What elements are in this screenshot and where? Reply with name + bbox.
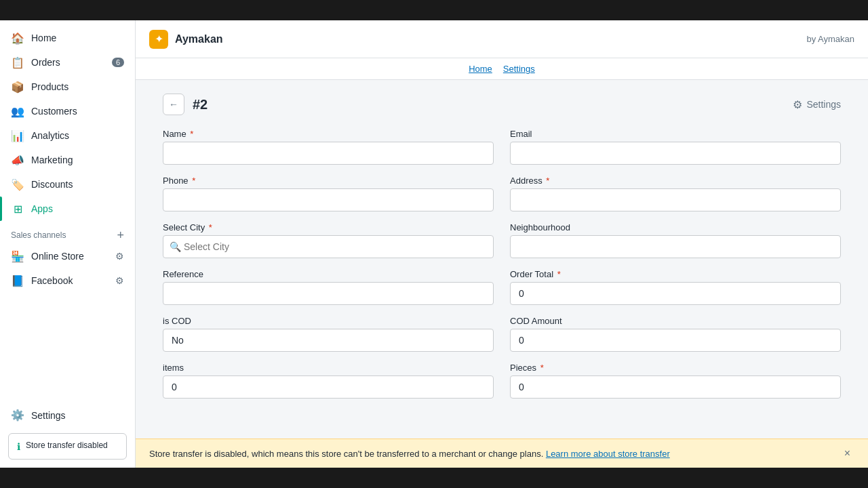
store-transfer-badge[interactable]: ℹ Store transfer disabled	[8, 433, 127, 460]
notification-link[interactable]: Learn more about store transfer	[546, 449, 670, 459]
sidebar-item-discounts[interactable]: 🏷️ Discounts	[0, 172, 135, 197]
reference-label: Reference	[163, 269, 494, 279]
city-required-star: *	[209, 222, 212, 232]
online-store-icon: 🏪	[11, 249, 24, 263]
form-settings-button[interactable]: ⚙ Settings	[793, 98, 841, 111]
phone-field-group: Phone *	[163, 176, 494, 211]
sidebar-item-customers[interactable]: 👥 Customers	[0, 99, 135, 123]
sales-channels-section: Sales channels +	[0, 221, 135, 244]
sidebar-item-label-products: Products	[31, 81, 68, 92]
form-settings-label: Settings	[806, 99, 841, 110]
phone-label: Phone *	[163, 176, 494, 186]
notification-close-button[interactable]: ×	[840, 446, 854, 461]
bottom-bar	[0, 468, 868, 488]
marketing-icon: 📣	[11, 153, 24, 167]
breadcrumb-settings[interactable]: Settings	[503, 64, 535, 74]
cod-amount-label: COD Amount	[510, 316, 841, 326]
discounts-icon: 🏷️	[11, 178, 24, 191]
order-total-label: Order Total *	[510, 269, 841, 279]
sidebar-item-label-discounts: Discounts	[31, 179, 73, 190]
sidebar-item-apps[interactable]: ⊞ Apps	[0, 197, 135, 221]
back-button[interactable]: ←	[163, 94, 184, 115]
form-content: ← #2 ⚙ Settings Name *	[136, 80, 868, 439]
name-required-star: *	[190, 129, 193, 139]
top-bar	[0, 0, 868, 20]
customers-icon: 👥	[11, 104, 24, 118]
sidebar-item-analytics[interactable]: 📊 Analytics	[0, 123, 135, 148]
app-by-text: by Aymakan	[806, 34, 854, 44]
sidebar-item-marketing[interactable]: 📣 Marketing	[0, 148, 135, 172]
app-header-left: ✦ Aymakan	[149, 30, 223, 49]
sidebar-item-facebook[interactable]: 📘 Facebook ⚙	[0, 268, 135, 293]
cod-amount-field-group: COD Amount	[510, 316, 841, 352]
address-field-group: Address *	[510, 176, 841, 211]
sidebar-item-orders[interactable]: 📋 Orders 6	[0, 50, 135, 75]
sidebar-item-label-orders: Orders	[31, 57, 60, 68]
analytics-icon: 📊	[11, 129, 24, 142]
form-title: #2	[193, 97, 208, 113]
app-logo: ✦	[149, 30, 168, 49]
phone-input[interactable]	[163, 188, 494, 211]
add-sales-channel-button[interactable]: +	[117, 229, 124, 241]
email-input[interactable]	[510, 142, 841, 165]
neighbourhood-input[interactable]	[510, 235, 841, 258]
items-input[interactable]	[163, 375, 494, 399]
is-cod-label: is COD	[163, 316, 494, 326]
form-header: ← #2 ⚙ Settings	[163, 94, 841, 115]
settings-nav-item[interactable]: ⚙️ Settings	[0, 403, 135, 428]
pieces-field-group: Pieces *	[510, 363, 841, 399]
notification-bar: Store transfer is disabled, which means …	[136, 439, 868, 468]
home-icon: 🏠	[11, 31, 24, 45]
cod-amount-input[interactable]	[510, 329, 841, 352]
order-total-input[interactable]	[510, 282, 841, 305]
sidebar-item-label-apps: Apps	[31, 203, 53, 214]
email-field-group: Email	[510, 129, 841, 165]
address-required-star: *	[546, 176, 549, 186]
address-label: Address *	[510, 176, 841, 186]
pieces-required-star: *	[540, 363, 544, 373]
app-logo-char: ✦	[155, 33, 163, 45]
city-search-wrapper: 🔍	[163, 235, 494, 258]
city-search-input[interactable]	[163, 235, 494, 258]
breadcrumb-bar: Home Settings	[136, 58, 868, 80]
sidebar-item-label-analytics: Analytics	[31, 130, 69, 141]
name-label: Name *	[163, 129, 494, 139]
items-field-group: items	[163, 363, 494, 399]
apps-icon: ⊞	[11, 202, 24, 216]
is-cod-select[interactable]: No Yes	[163, 329, 494, 352]
reference-input[interactable]	[163, 282, 494, 305]
facebook-settings-icon[interactable]: ⚙	[115, 275, 124, 286]
neighbourhood-field-group: Neighbourhood	[510, 222, 841, 258]
sidebar: 🏠 Home 📋 Orders 6 📦 Products 👥 Customers…	[0, 20, 136, 468]
phone-required-star: *	[192, 176, 195, 186]
name-input[interactable]	[163, 142, 494, 165]
gear-icon: ⚙	[793, 98, 802, 111]
sales-channels-title: Sales channels	[11, 230, 66, 240]
app-name: Aymakan	[175, 33, 223, 45]
pieces-input[interactable]	[510, 375, 841, 399]
sidebar-item-label-customers: Customers	[31, 106, 77, 117]
app-header: ✦ Aymakan by Aymakan	[136, 20, 868, 58]
neighbourhood-label: Neighbourhood	[510, 222, 841, 232]
online-store-settings-icon[interactable]: ⚙	[115, 251, 124, 262]
order-total-field-group: Order Total *	[510, 269, 841, 305]
email-label: Email	[510, 129, 841, 139]
sidebar-nav: 🏠 Home 📋 Orders 6 📦 Products 👥 Customers…	[0, 20, 135, 403]
form-grid: Name * Email Phone *	[163, 129, 841, 399]
name-field-group: Name *	[163, 129, 494, 165]
content-area: ✦ Aymakan by Aymakan Home Settings ← #2	[136, 20, 868, 468]
city-field-group: Select City * 🔍	[163, 222, 494, 258]
search-icon: 🔍	[170, 241, 181, 252]
settings-icon: ⚙️	[11, 409, 24, 422]
sidebar-item-home[interactable]: 🏠 Home	[0, 26, 135, 50]
address-input[interactable]	[510, 188, 841, 211]
products-icon: 📦	[11, 80, 24, 94]
facebook-icon: 📘	[11, 274, 24, 287]
breadcrumb-home[interactable]: Home	[469, 64, 492, 74]
items-label: items	[163, 363, 494, 373]
reference-field-group: Reference	[163, 269, 494, 305]
sidebar-item-label-facebook: Facebook	[31, 275, 73, 286]
sidebar-item-products[interactable]: 📦 Products	[0, 75, 135, 99]
sidebar-item-online-store[interactable]: 🏪 Online Store ⚙	[0, 244, 135, 268]
sidebar-item-label-marketing: Marketing	[31, 155, 73, 165]
